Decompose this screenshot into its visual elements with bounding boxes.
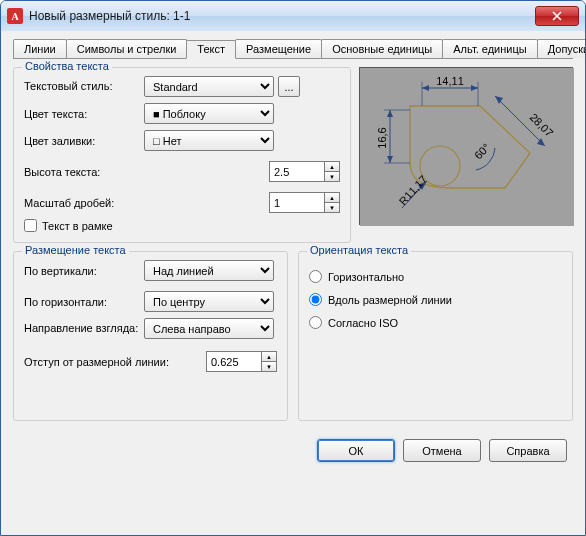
- app-icon: A: [7, 8, 23, 24]
- view-direction-combo[interactable]: Слева направо: [144, 318, 274, 339]
- fill-color-combo[interactable]: □ Нет: [144, 130, 274, 151]
- spin-down-button[interactable]: ▼: [261, 361, 277, 372]
- dialog-button-row: ОК Отмена Справка: [13, 429, 573, 462]
- close-button[interactable]: [535, 6, 579, 26]
- titlebar[interactable]: A Новый размерный стиль: 1-1: [1, 1, 585, 31]
- text-frame-checkbox[interactable]: [24, 219, 37, 232]
- tab-primary-units[interactable]: Основные единицы: [321, 39, 443, 58]
- orientation-iso-label: Согласно ISO: [328, 317, 398, 329]
- text-properties-legend: Свойства текста: [22, 60, 112, 72]
- text-height-label: Высота текста:: [24, 166, 144, 178]
- text-frame-label: Текст в рамке: [42, 220, 113, 232]
- spin-down-button[interactable]: ▼: [324, 202, 340, 213]
- tab-lines[interactable]: Линии: [13, 39, 67, 58]
- fraction-scale-label: Масштаб дробей:: [24, 197, 144, 209]
- text-color-label: Цвет текста:: [24, 108, 144, 120]
- spin-up-button[interactable]: ▲: [324, 161, 340, 171]
- spin-up-button[interactable]: ▲: [261, 351, 277, 361]
- horizontal-combo[interactable]: По центру: [144, 291, 274, 312]
- fraction-scale-spinner[interactable]: ▲▼: [269, 192, 340, 213]
- ok-button[interactable]: ОК: [317, 439, 395, 462]
- orientation-along-line-label: Вдоль размерной линии: [328, 294, 452, 306]
- orientation-along-line-radio[interactable]: [309, 293, 322, 306]
- spin-up-button[interactable]: ▲: [324, 192, 340, 202]
- text-height-input[interactable]: [269, 161, 324, 182]
- text-properties-group: Свойства текста Текстовый стиль: Standar…: [13, 67, 351, 243]
- text-placement-group: Размещение текста По вертикали: Над лини…: [13, 251, 288, 421]
- window-title: Новый размерный стиль: 1-1: [29, 9, 535, 23]
- preview-drawing: 14,11 16,6 28,07 60°: [360, 68, 574, 226]
- offset-input[interactable]: [206, 351, 261, 372]
- vertical-combo[interactable]: Над линией: [144, 260, 274, 281]
- offset-label: Отступ от размерной линии:: [24, 356, 206, 368]
- dialog-content: Линии Символы и стрелки Текст Размещение…: [1, 31, 585, 535]
- tab-symbols[interactable]: Символы и стрелки: [66, 39, 188, 58]
- tab-placement[interactable]: Размещение: [235, 39, 322, 58]
- fill-color-label: Цвет заливки:: [24, 135, 144, 147]
- text-orientation-legend: Ориентация текста: [307, 244, 411, 256]
- orientation-horizontal-label: Горизонтально: [328, 271, 404, 283]
- view-direction-label: Направление взгляда:: [24, 322, 144, 335]
- svg-text:16,6: 16,6: [376, 127, 388, 148]
- text-style-label: Текстовый стиль:: [24, 80, 144, 93]
- text-orientation-group: Ориентация текста Горизонтально Вдоль ра…: [298, 251, 573, 421]
- tab-strip: Линии Символы и стрелки Текст Размещение…: [13, 39, 573, 59]
- ellipsis-icon: ...: [284, 81, 293, 93]
- text-style-browse-button[interactable]: ...: [278, 76, 300, 97]
- text-height-spinner[interactable]: ▲▼: [269, 161, 340, 182]
- text-style-combo[interactable]: Standard: [144, 76, 274, 97]
- orientation-iso-radio[interactable]: [309, 316, 322, 329]
- tab-tolerances[interactable]: Допуски: [537, 39, 586, 58]
- vertical-label: По вертикали:: [24, 265, 144, 277]
- tab-alt-units[interactable]: Альт. единицы: [442, 39, 537, 58]
- preview-panel: 14,11 16,6 28,07 60°: [359, 67, 573, 225]
- tab-text[interactable]: Текст: [186, 40, 236, 59]
- text-color-combo[interactable]: ■ Поблоку: [144, 103, 274, 124]
- svg-rect-0: [360, 68, 574, 226]
- svg-text:14,11: 14,11: [436, 75, 464, 87]
- help-button[interactable]: Справка: [489, 439, 567, 462]
- offset-spinner[interactable]: ▲▼: [206, 351, 277, 372]
- cancel-button[interactable]: Отмена: [403, 439, 481, 462]
- spin-down-button[interactable]: ▼: [324, 171, 340, 182]
- text-placement-legend: Размещение текста: [22, 244, 129, 256]
- orientation-horizontal-radio[interactable]: [309, 270, 322, 283]
- dialog-window: A Новый размерный стиль: 1-1 Линии Симво…: [0, 0, 586, 536]
- horizontal-label: По горизонтали:: [24, 296, 144, 308]
- close-icon: [552, 11, 562, 21]
- fraction-scale-input[interactable]: [269, 192, 324, 213]
